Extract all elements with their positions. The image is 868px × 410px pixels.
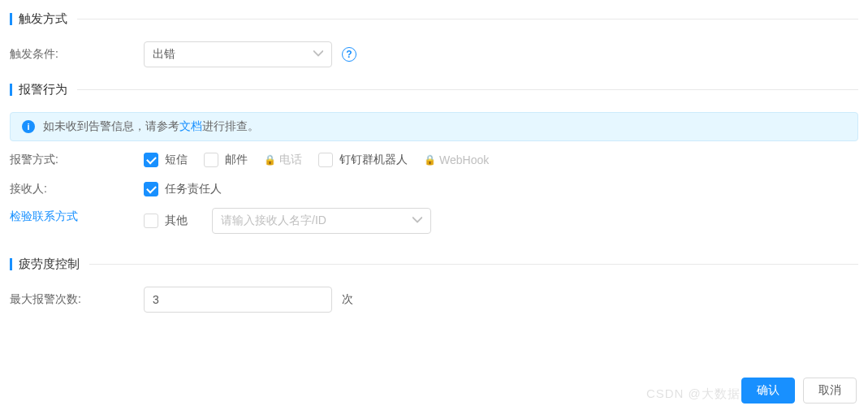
label-email: 邮件: [225, 153, 248, 167]
section-title-trigger: 触发方式: [19, 11, 67, 27]
section-header-fatigue: 疲劳度控制: [10, 257, 858, 272]
section-header-trigger: 触发方式: [10, 11, 858, 27]
checkbox-other[interactable]: [144, 214, 158, 228]
help-icon[interactable]: ?: [342, 47, 356, 62]
chevron-down-icon: [412, 214, 422, 227]
info-text-prefix: 如未收到告警信息，请参考: [43, 119, 179, 134]
divider: [77, 19, 858, 19]
checkbox-email[interactable]: [204, 153, 218, 167]
confirm-button[interactable]: 确认: [741, 378, 795, 404]
label-webhook: WebHook: [439, 153, 489, 166]
info-banner: i 如未收到告警信息，请参考 文档 进行排查。: [10, 112, 858, 141]
section-title-fatigue: 疲劳度控制: [19, 257, 80, 272]
chevron-down-icon: [313, 48, 323, 61]
label-trigger-condition: 触发条件:: [10, 47, 144, 62]
select-trigger-value: 出错: [153, 47, 175, 62]
verify-contact-link[interactable]: 检验联系方式: [10, 209, 144, 224]
alarm-method-options: 短信 邮件 🔒 电话 钉钉群机器人 🔒 WebHook: [144, 153, 499, 167]
label-alarm-method: 报警方式:: [10, 153, 144, 167]
label-other: 其他: [165, 214, 188, 228]
lock-icon: 🔒: [424, 154, 436, 166]
row-alarm-method: 报警方式: 短信 邮件 🔒 电话 钉钉群机器人 🔒 WebHook: [10, 153, 858, 167]
label-sms: 短信: [165, 153, 188, 167]
label-max-alarm: 最大报警次数:: [10, 292, 144, 307]
label-owner: 任务责任人: [165, 182, 222, 196]
divider: [89, 264, 858, 265]
select-trigger-condition[interactable]: 出错: [144, 41, 332, 67]
input-other-recipient[interactable]: 请输入接收人名字/ID: [212, 208, 431, 234]
row-recipient: 接收人: 检验联系方式 任务责任人 其他 请输入接收人名字/ID: [10, 182, 858, 234]
section-header-alarm: 报警行为: [10, 82, 858, 97]
info-doc-link[interactable]: 文档: [179, 119, 202, 134]
divider: [77, 89, 858, 90]
label-phone: 电话: [279, 153, 302, 167]
lock-icon: 🔒: [264, 154, 276, 166]
label-recipient: 接收人:: [10, 182, 144, 196]
footer-actions: 确认 取消: [741, 378, 857, 404]
checkbox-owner[interactable]: [144, 182, 158, 196]
input-other-placeholder: 请输入接收人名字/ID: [221, 214, 326, 228]
section-title-alarm: 报警行为: [19, 82, 67, 97]
info-icon: i: [22, 120, 35, 133]
checkbox-sms[interactable]: [144, 153, 158, 167]
unit-times: 次: [342, 292, 353, 307]
input-max-alarm-value: 3: [153, 293, 159, 306]
label-dingtalk: 钉钉群机器人: [339, 153, 408, 167]
info-text-suffix: 进行排查。: [202, 119, 259, 134]
input-max-alarm[interactable]: 3: [144, 287, 332, 313]
row-trigger-condition: 触发条件: 出错 ?: [10, 41, 858, 67]
checkbox-dingtalk[interactable]: [318, 153, 333, 167]
cancel-button[interactable]: 取消: [803, 378, 857, 404]
row-max-alarm: 最大报警次数: 3 次: [10, 287, 858, 313]
